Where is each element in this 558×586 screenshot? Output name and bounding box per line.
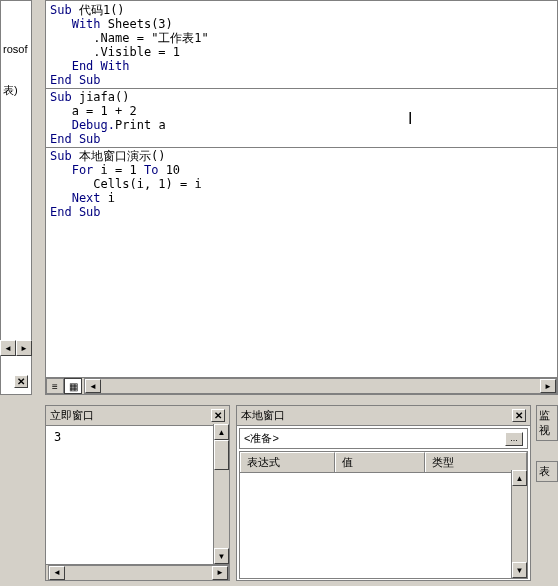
horizontal-scrollbar[interactable]: ◄ ► bbox=[84, 378, 557, 394]
scroll-up-icon[interactable]: ▲ bbox=[512, 470, 527, 486]
scroll-left-icon[interactable]: ◄ bbox=[49, 566, 65, 580]
column-expression[interactable]: 表达式 bbox=[240, 452, 335, 472]
watch-window-fragment: 监视 表 bbox=[536, 405, 558, 581]
project-explorer-fragment: rosof 表) bbox=[0, 0, 32, 395]
horizontal-scrollbar[interactable]: ◄ ► bbox=[48, 565, 229, 581]
scroll-up-icon[interactable]: ▲ bbox=[214, 424, 229, 440]
scroll-right-icon[interactable]: ► bbox=[540, 379, 556, 393]
scroll-left-icon[interactable]: ◄ bbox=[85, 379, 101, 393]
locals-window: 本地窗口 ✕ <准备> ... 表达式 值 类型 ▲ ▼ bbox=[236, 405, 531, 581]
locals-window-titlebar: 本地窗口 ✕ bbox=[237, 406, 530, 426]
column-value[interactable]: 值 bbox=[335, 452, 425, 472]
procedure-view-button[interactable]: ≡ bbox=[46, 378, 64, 394]
locals-window-title: 本地窗口 bbox=[241, 408, 285, 423]
scroll-down-icon[interactable]: ▼ bbox=[512, 562, 527, 578]
close-button[interactable]: ✕ bbox=[211, 409, 225, 422]
immediate-window: 立即窗口 ✕ 3 ▲ ▼ ◄ ► bbox=[45, 405, 230, 581]
scroll-left-icon[interactable]: ◄ bbox=[0, 340, 16, 356]
project-text-2: 表) bbox=[1, 81, 31, 100]
immediate-content[interactable]: 3 bbox=[46, 426, 229, 566]
locals-table: 表达式 值 类型 ▲ ▼ bbox=[239, 451, 528, 579]
watch-window-title: 监视 bbox=[536, 405, 558, 441]
column-type[interactable]: 类型 bbox=[425, 452, 527, 472]
project-text-1: rosof bbox=[1, 41, 31, 57]
code-view-bar: ≡ ▦ ◄ ► bbox=[46, 377, 557, 394]
immediate-hscroll: ◄ ► bbox=[46, 564, 229, 580]
code-editor[interactable]: Sub 代码1() With Sheets(3) .Name = "工作表1" … bbox=[45, 0, 558, 395]
full-module-view-button[interactable]: ▦ bbox=[64, 378, 82, 394]
locals-ready-text: <准备> bbox=[244, 431, 279, 446]
call-stack-button[interactable]: ... bbox=[505, 432, 523, 446]
close-button[interactable]: ✕ bbox=[512, 409, 526, 422]
scroll-thumb[interactable] bbox=[214, 440, 229, 470]
vertical-scrollbar[interactable]: ▲ ▼ bbox=[213, 424, 229, 564]
immediate-window-title: 立即窗口 bbox=[50, 408, 94, 423]
close-button-left[interactable]: ✕ bbox=[14, 375, 28, 388]
locals-table-header: 表达式 值 类型 bbox=[240, 452, 527, 473]
watch-column-expression[interactable]: 表 bbox=[536, 461, 558, 482]
immediate-window-titlebar: 立即窗口 ✕ bbox=[46, 406, 229, 426]
scroll-down-icon[interactable]: ▼ bbox=[214, 548, 229, 564]
scroll-right-icon[interactable]: ► bbox=[212, 566, 228, 580]
left-scroll-area: ◄ ► bbox=[0, 340, 32, 372]
locals-context: <准备> ... bbox=[239, 428, 528, 449]
code-content[interactable]: Sub 代码1() With Sheets(3) .Name = "工作表1" … bbox=[46, 1, 557, 221]
vertical-scrollbar[interactable]: ▲ ▼ bbox=[511, 470, 527, 578]
scroll-right-icon[interactable]: ► bbox=[16, 340, 32, 356]
